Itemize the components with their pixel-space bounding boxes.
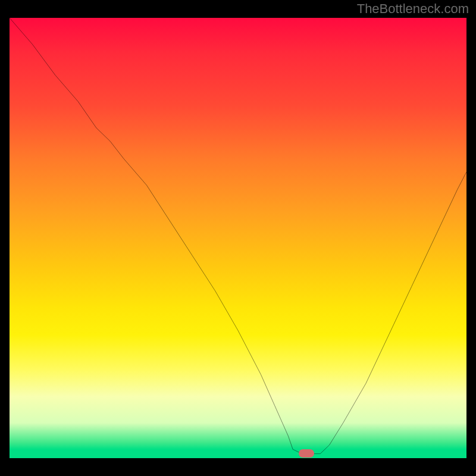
bottleneck-curve-path (10, 18, 466, 454)
optimal-point-marker (299, 449, 314, 458)
bottleneck-curve (10, 18, 466, 458)
plot-area (10, 18, 466, 458)
chart-frame (10, 18, 466, 458)
attribution-text: TheBottleneck.com (357, 1, 469, 17)
